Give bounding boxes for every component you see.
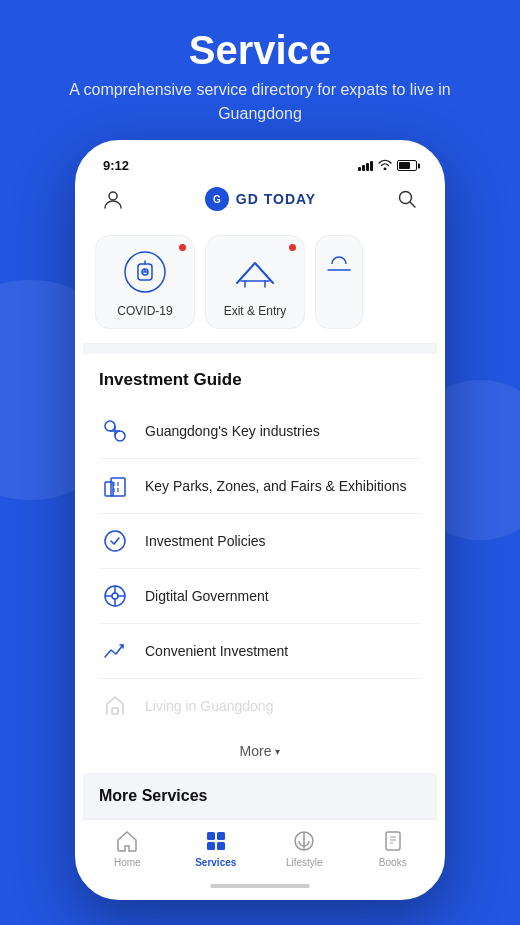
more-services-section: More Services [83,773,437,819]
svg-point-0 [109,192,117,200]
nav-item-lifestyle[interactable]: Lifestyle [260,828,349,868]
more-services-title: More Services [99,787,421,805]
service-cards-section: COVID-19 Exit & Entry [83,225,437,344]
more-chevron-icon: ▾ [275,746,280,757]
exit-entry-icon [231,248,279,296]
signal-icon [358,161,373,171]
phone-mockup: 9:12 [75,140,445,900]
investment-item-digital-gov[interactable]: Digtital Government [99,569,421,624]
key-industries-label: Guangdong's Key industries [145,422,320,441]
more-button-row[interactable]: More ▾ [83,733,437,773]
page-header: Service A comprehensive service director… [0,0,520,144]
nav-item-books[interactable]: Books [349,828,438,868]
svg-point-19 [105,531,125,551]
service-card-covid[interactable]: COVID-19 [95,235,195,329]
services-nav-label: Services [195,857,236,868]
investment-section: Investment Guide Guangdong's Key industr… [83,354,437,733]
svg-point-9 [105,421,115,431]
status-icons [358,159,417,172]
investment-item-key-industries[interactable]: Guangdong's Key industries [99,404,421,459]
search-icon[interactable] [393,185,421,213]
app-header: G GD TODAY [83,177,437,225]
covid-icon [121,248,169,296]
investment-item-living[interactable]: Living in Guangdong [99,679,421,733]
svg-rect-29 [207,842,215,850]
investment-section-title: Investment Guide [99,370,421,390]
home-nav-label: Home [114,857,141,868]
investment-item-key-parks[interactable]: Key Parks, Zones, and Fairs & Exhibition… [99,459,421,514]
nav-item-services[interactable]: Services [172,828,261,868]
page-subtitle: A comprehensive service directory for ex… [40,78,480,126]
app-logo: G GD TODAY [204,186,316,212]
svg-text:G: G [213,194,221,205]
digital-gov-icon [99,580,131,612]
key-parks-label: Key Parks, Zones, and Fairs & Exhibition… [145,477,406,496]
home-nav-icon [114,828,140,854]
investment-policies-icon [99,525,131,557]
notification-dot [179,244,186,251]
lifestyle-nav-icon [291,828,317,854]
svg-rect-33 [386,832,400,850]
books-nav-icon [380,828,406,854]
investment-policies-label: Investment Policies [145,532,266,551]
svg-rect-28 [217,832,225,840]
service-cards-row: COVID-19 Exit & Entry [95,235,425,329]
service-card-exit-entry[interactable]: Exit & Entry [205,235,305,329]
exit-entry-label: Exit & Entry [224,304,287,318]
service-card-weather-partial[interactable] [315,235,363,329]
status-bar: 9:12 [83,148,437,177]
digital-gov-label: Digtital Government [145,587,269,606]
page-title: Service [40,28,480,72]
lifestyle-nav-label: Lifestyle [286,857,323,868]
battery-icon [397,160,417,171]
notification-dot [289,244,296,251]
investment-item-investment-policies[interactable]: Investment Policies [99,514,421,569]
investment-item-convenient[interactable]: Convenient Investment [99,624,421,679]
svg-rect-27 [207,832,215,840]
services-nav-icon [203,828,229,854]
convenient-investment-icon [99,635,131,667]
investment-list: Guangdong's Key industries [99,404,421,733]
svg-rect-13 [105,482,113,496]
svg-point-10 [115,431,125,441]
user-icon[interactable] [99,185,127,213]
bottom-nav: Home Services [83,819,437,880]
status-time: 9:12 [103,158,129,173]
wifi-icon [378,159,392,172]
living-guangdong-label: Living in Guangdong [145,697,273,716]
living-guangdong-icon [99,690,131,722]
svg-rect-30 [217,842,225,850]
svg-point-21 [112,593,118,599]
nav-item-home[interactable]: Home [83,828,172,868]
covid-label: COVID-19 [117,304,172,318]
books-nav-label: Books [379,857,407,868]
svg-rect-26 [112,708,118,714]
home-indicator-bar [210,884,310,888]
logo-text: GD TODAY [236,191,316,207]
more-button-text: More [240,743,272,759]
phone-content: 9:12 [83,148,437,892]
convenient-investment-label: Convenient Investment [145,642,288,661]
key-parks-icon [99,470,131,502]
weather-icon-partial [323,248,355,280]
home-indicator [83,880,437,892]
key-industries-icon [99,415,131,447]
